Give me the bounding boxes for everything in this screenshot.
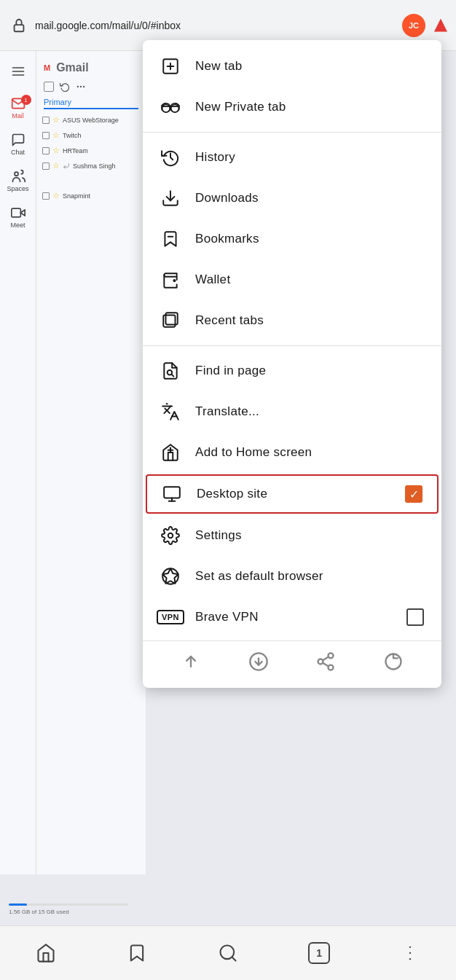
vpn-checkbox[interactable] — [406, 608, 424, 626]
nav-home-button[interactable] — [28, 935, 64, 971]
dropdown-menu: New tab New Private tab — [143, 40, 441, 688]
menu-item-new-private-tab[interactable]: New Private tab — [143, 87, 441, 128]
gmail-background: 1 Mail Chat Spaces Meet — [0, 0, 146, 874]
recent-tabs-label: Recent tabs — [195, 313, 424, 328]
share-icon[interactable] — [314, 650, 337, 673]
translate-icon — [160, 401, 181, 422]
gmail-email-row-4: ☆ Sushma Singh — [36, 158, 146, 173]
storage-bar — [9, 903, 128, 906]
menu-item-bookmarks[interactable]: Bookmarks — [143, 219, 441, 259]
svg-point-18 — [162, 105, 170, 113]
tab-count: 1 — [308, 942, 330, 964]
menu-item-brave-vpn[interactable]: VPN Brave VPN — [143, 597, 441, 638]
new-private-tab-label: New Private tab — [195, 100, 424, 114]
gmail-sidebar: 1 Mail Chat Spaces Meet — [0, 51, 36, 874]
gmail-nav-menu[interactable] — [7, 60, 30, 83]
nav-tabs-button[interactable]: 1 — [301, 935, 337, 971]
menu-item-new-tab[interactable]: New tab — [143, 46, 441, 87]
settings-label: Settings — [195, 528, 424, 543]
nav-search-button[interactable] — [210, 935, 246, 971]
gmail-email-row-1: ☆ ASUS WebStorage — [36, 112, 146, 128]
add-home-label: Add to Home screen — [195, 445, 424, 460]
desktop-icon — [162, 484, 182, 504]
settings-icon — [160, 525, 181, 546]
menu-item-settings[interactable]: Settings — [143, 515, 441, 556]
menu-item-default-browser[interactable]: Set as default browser — [143, 556, 441, 597]
menu-item-wallet[interactable]: Wallet — [143, 259, 441, 300]
plus-square-icon — [160, 56, 181, 77]
gmail-email-row-3: ☆ HRTeam — [36, 143, 146, 158]
menu-item-translate[interactable]: Translate... — [143, 391, 441, 432]
gmail-nav-chat[interactable]: Chat — [7, 133, 30, 156]
divider-2 — [143, 345, 441, 346]
translate-label: Translate... — [195, 404, 424, 419]
svg-rect-29 — [164, 487, 180, 498]
svg-line-42 — [323, 657, 329, 661]
gmail-nav-mail[interactable]: 1 Mail — [7, 96, 30, 119]
svg-line-26 — [172, 375, 174, 377]
gmail-toolbar — [36, 79, 146, 95]
lock-icon — [9, 15, 29, 36]
svg-rect-6 — [11, 208, 20, 217]
recent-tabs-icon — [160, 310, 181, 331]
find-in-page-label: Find in page — [195, 364, 424, 378]
wallet-icon — [160, 270, 181, 290]
svg-point-47 — [409, 952, 411, 954]
menu-item-add-home-screen[interactable]: Add to Home screen — [143, 432, 441, 473]
history-label: History — [195, 150, 424, 165]
gmail-primary-tab[interactable]: Primary — [44, 98, 138, 109]
find-in-page-icon — [160, 361, 181, 381]
bookmarks-label: Bookmarks — [195, 232, 424, 246]
svg-point-4 — [15, 172, 18, 176]
add-home-icon — [160, 442, 181, 463]
default-browser-label: Set as default browser — [195, 569, 424, 584]
svg-rect-0 — [15, 25, 24, 31]
download-icon — [160, 188, 181, 208]
gmail-nav-spaces[interactable]: Spaces — [7, 169, 30, 192]
svg-point-9 — [77, 86, 78, 87]
svg-point-8 — [84, 86, 84, 87]
svg-rect-17 — [162, 106, 180, 107]
menu-item-downloads[interactable]: Downloads — [143, 178, 441, 219]
history-icon — [160, 147, 181, 168]
gmail-title: Gmail — [56, 61, 88, 74]
nav-bookmark-button[interactable] — [119, 935, 155, 971]
downloads-label: Downloads — [195, 191, 424, 205]
new-tab-label: New tab — [195, 59, 424, 74]
svg-point-7 — [80, 86, 81, 87]
brave-vpn-label: Brave VPN — [195, 610, 392, 624]
menu-item-find-in-page[interactable]: Find in page — [143, 350, 441, 391]
gmail-email-row-2: ☆ Twitch — [36, 128, 146, 143]
phone-bottom-nav: 1 — [0, 925, 456, 980]
desktop-site-label: Desktop site — [197, 487, 390, 501]
storage-bar-area: 1.56 GB of 15 GB used — [3, 901, 134, 918]
bookmarks-icon — [160, 229, 181, 249]
wallet-label: Wallet — [195, 273, 424, 287]
svg-line-41 — [323, 663, 329, 667]
storage-bar-fill — [9, 903, 27, 906]
alert-icon — [434, 19, 447, 32]
svg-marker-5 — [20, 210, 25, 216]
brave-profile-icon[interactable]: JC — [402, 14, 425, 37]
vpn-icon: VPN — [160, 607, 181, 627]
download-circle-icon[interactable] — [247, 650, 270, 673]
desktop-site-checkbox[interactable]: ✓ — [405, 485, 422, 503]
svg-line-45 — [232, 957, 235, 960]
url-text[interactable]: mail.google.com/mail/u/0/#inbox — [35, 20, 396, 31]
svg-point-32 — [168, 533, 173, 538]
svg-point-19 — [171, 105, 179, 113]
svg-point-48 — [409, 958, 411, 960]
svg-point-46 — [409, 946, 411, 948]
menu-item-history[interactable]: History — [143, 137, 441, 178]
star-circle-icon — [160, 566, 181, 587]
menu-item-recent-tabs[interactable]: Recent tabs — [143, 300, 441, 341]
storage-text: 1.56 GB of 15 GB used — [9, 909, 69, 915]
menu-item-desktop-site[interactable]: Desktop site ✓ — [146, 474, 439, 514]
reload-icon[interactable] — [382, 650, 405, 673]
gmail-header: M Gmail — [36, 57, 146, 79]
nav-more-button[interactable] — [392, 935, 428, 971]
gmail-nav-meet[interactable]: Meet — [7, 205, 30, 229]
glasses-icon — [160, 97, 181, 117]
menu-bottom-bar — [143, 640, 441, 682]
share-up-icon[interactable] — [179, 650, 203, 673]
